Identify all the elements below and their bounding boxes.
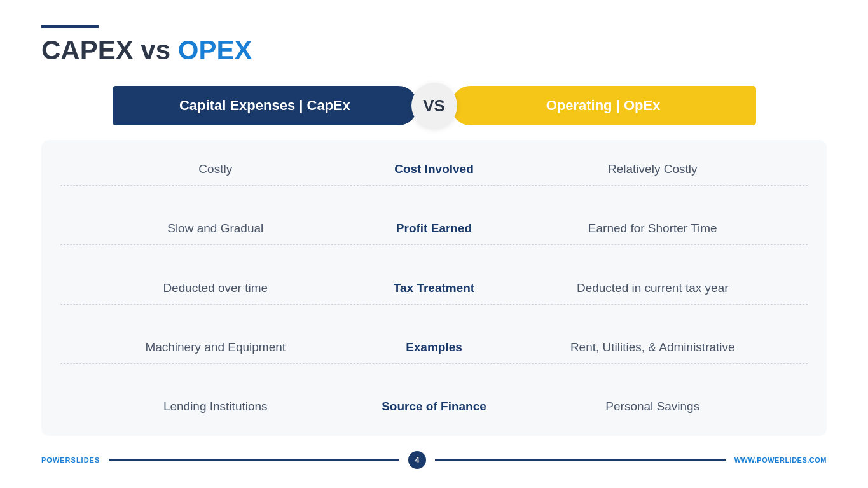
footer-url: WWW.POWERLIDES.COM (734, 456, 827, 464)
table-row: Machinery and Equipment Examples Rent, U… (60, 331, 808, 364)
page-number-badge: 4 (408, 451, 426, 469)
footer-line-right (435, 459, 726, 461)
brand-slides: SLIDES (71, 456, 100, 464)
footer: POWERSLIDES 4 WWW.POWERLIDES.COM (41, 446, 827, 469)
table-row: Lending Institutions Source of Finance P… (60, 391, 808, 422)
opex-profit: Earned for Shorter Time (498, 221, 808, 235)
capex-finance: Lending Institutions (60, 400, 371, 414)
center-examples: Examples (371, 340, 498, 354)
center-profit: Profit Earned (371, 221, 498, 235)
brand-power: POWER (41, 456, 71, 464)
opex-examples: Rent, Utilities, & Administrative (498, 340, 808, 354)
comparison-table: Costly Cost Involved Relatively Costly S… (41, 140, 827, 436)
opex-cost: Relatively Costly (498, 162, 808, 176)
table-row: Costly Cost Involved Relatively Costly (60, 153, 808, 186)
table-row: Slow and Gradual Profit Earned Earned fo… (60, 213, 808, 245)
capex-cost: Costly (60, 162, 371, 176)
footer-brand: POWERSLIDES (41, 456, 100, 464)
capex-examples: Machinery and Equipment (60, 340, 371, 354)
page-title: CAPEX vs OPEX (41, 36, 827, 65)
opex-finance: Personal Savings (498, 400, 808, 414)
opex-tax: Deducted in current tax year (498, 281, 808, 295)
capex-profit: Slow and Gradual (60, 221, 371, 235)
capex-tax: Deducted over time (60, 281, 371, 295)
title-opex: OPEX (178, 35, 252, 65)
capex-pill: Capital Expenses | CapEx (113, 86, 418, 125)
footer-line-left (109, 459, 399, 461)
vs-circle: VS (411, 83, 457, 129)
title-capex: CAPEX vs (41, 35, 178, 65)
header-accent (41, 25, 99, 28)
opex-pill: Operating | OpEx (451, 86, 756, 125)
center-finance: Source of Finance (371, 400, 498, 414)
table-row: Deducted over time Tax Treatment Deducte… (60, 272, 808, 305)
vs-header: Capital Expenses | CapEx VS Operating | … (41, 83, 827, 129)
page-container: CAPEX vs OPEX Capital Expenses | CapEx V… (0, 0, 868, 488)
center-cost: Cost Involved (371, 162, 498, 176)
center-tax: Tax Treatment (371, 281, 498, 295)
